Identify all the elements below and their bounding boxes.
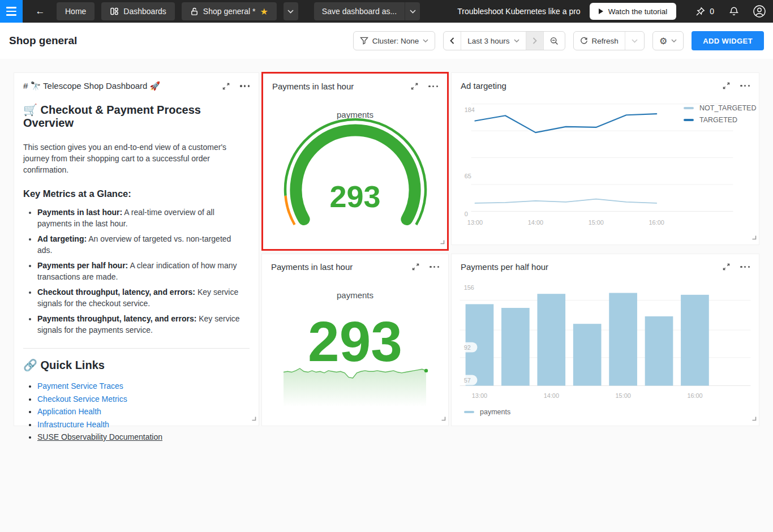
widget-payments-number: Payments in last hour payments 293 — [261, 254, 449, 426]
legend-item-payments[interactable]: payments — [464, 408, 510, 416]
refresh-icon — [580, 37, 588, 45]
add-widget-button[interactable]: ADD WIDGET — [692, 31, 764, 50]
chevron-left-icon — [450, 37, 454, 44]
tab-shop-general-label: Shop general * — [203, 7, 256, 16]
divider — [23, 348, 250, 349]
chart-legend: payments — [464, 408, 510, 416]
widget-ad-targeting: Ad targeting 18465013:0014:0015:0016:00 … — [451, 72, 759, 245]
refresh-label: Refresh — [592, 37, 619, 45]
save-dashboard-as-button[interactable]: Save dashboard as... — [314, 2, 405, 20]
hamburger-menu-icon[interactable] — [0, 0, 23, 23]
unlock-icon — [190, 7, 199, 16]
cluster-filter: Cluster: None — [353, 31, 436, 50]
list-item: Payment Service Traces — [37, 380, 250, 393]
widget-title: Payments in last hour — [271, 262, 353, 272]
chevron-right-icon — [532, 37, 537, 44]
tab-home[interactable]: Home — [57, 2, 95, 20]
widget-payments-gauge-highlighted: Payments in last hour payments 293 — [261, 72, 449, 251]
legend-label: NOT_TARGETED — [699, 104, 756, 112]
markdown-content: 🛒 Checkout & Payment Process Overview Th… — [14, 91, 259, 444]
pin-count: 0 — [710, 7, 714, 16]
metrics-list: Payments in last hour: A real-time overv… — [23, 207, 250, 336]
list-item: Payments per half hour: A clear indicati… — [37, 260, 248, 282]
number-value: 293 — [262, 313, 448, 370]
watch-tutorial-label: Watch the tutorial — [608, 7, 668, 16]
expand-widget-icon[interactable] — [411, 263, 420, 271]
legend-label: TARGETED — [699, 116, 737, 124]
settings-button[interactable]: ⚙ — [653, 32, 683, 50]
dashboards-grid-icon — [110, 7, 119, 16]
link-checkout-service-metrics[interactable]: Checkout Service Metrics — [37, 394, 127, 404]
svg-text:13:00: 13:00 — [472, 392, 487, 399]
expand-widget-icon[interactable] — [222, 82, 230, 91]
link-infrastructure-health[interactable]: Infrastructure Health — [37, 420, 109, 429]
screen: ← Home Dashboards Shop genera — [0, 0, 773, 532]
list-item: Application Health — [37, 405, 250, 418]
cluster-filter-button[interactable]: Cluster: None — [354, 32, 435, 50]
time-range-label: Last 3 hours — [467, 37, 509, 45]
svg-text:16:00: 16:00 — [687, 392, 702, 399]
refresh-button[interactable]: Refresh — [574, 32, 625, 50]
tabs-chevron-down-icon[interactable] — [284, 2, 298, 20]
time-back-button[interactable] — [444, 32, 461, 50]
save-dashboard-chevron-icon[interactable] — [405, 2, 420, 20]
favorite-star-icon[interactable]: ★ — [260, 6, 268, 17]
chevron-down-icon — [671, 39, 677, 42]
quick-links-list: Payment Service Traces Checkout Service … — [23, 380, 250, 444]
refresh-options-chevron[interactable] — [625, 32, 644, 50]
svg-text:14:00: 14:00 — [544, 392, 559, 399]
link-application-health[interactable]: Application Health — [37, 407, 101, 416]
resize-handle-icon[interactable] — [751, 232, 757, 242]
legend-item-targeted[interactable]: TARGETED — [684, 116, 756, 124]
svg-text:57: 57 — [464, 377, 471, 384]
gear-icon: ⚙ — [659, 36, 667, 46]
metrics-heading: Key Metrics at a Glance: — [23, 188, 250, 199]
tab-dashboards[interactable]: Dashboards — [101, 2, 175, 20]
list-item: Payments in last hour: A real-time overv… — [37, 207, 248, 229]
play-icon — [599, 8, 603, 14]
time-range-button[interactable]: Last 3 hours — [461, 32, 525, 50]
time-forward-button[interactable] — [526, 32, 543, 50]
list-item: SUSE Observability Documentation — [37, 431, 250, 444]
watch-tutorial-button[interactable]: Watch the tutorial — [590, 3, 677, 20]
svg-text:156: 156 — [464, 284, 474, 291]
resize-handle-icon[interactable] — [440, 237, 445, 247]
user-avatar[interactable] — [753, 5, 766, 18]
cluster-filter-label: Cluster: None — [372, 37, 419, 45]
resize-handle-icon[interactable] — [441, 413, 446, 423]
widget-payments-per-half-hour: Payments per half hour 156925713:0014:00… — [451, 254, 759, 426]
widget-markdown: # 🔭 Telescope Shop Dashboard 🚀 🛒 Checkou… — [14, 72, 259, 426]
widget-menu-icon[interactable] — [240, 83, 250, 89]
svg-text:16:00: 16:00 — [649, 219, 664, 226]
tab-dashboards-label: Dashboards — [123, 7, 166, 16]
pinned-items-button[interactable]: 0 — [695, 7, 714, 16]
legend-label: payments — [480, 408, 510, 416]
zoom-out-icon — [550, 37, 559, 45]
gauge-value: 293 — [263, 179, 447, 214]
link-suse-observability-documentation[interactable]: SUSE Observability Documentation — [37, 432, 162, 441]
legend-item-not-targeted[interactable]: NOT_TARGETED — [684, 104, 756, 112]
chart-legend: NOT_TARGETED TARGETED — [684, 104, 756, 124]
resize-handle-icon[interactable] — [251, 413, 256, 423]
widget-menu-icon[interactable] — [430, 264, 439, 270]
svg-text:65: 65 — [465, 173, 471, 179]
promo-text: Troubleshoot Kubernetes like a pro — [457, 7, 580, 16]
notifications-button[interactable] — [729, 6, 739, 16]
widget-title: # 🔭 Telescope Shop Dashboard 🚀 — [23, 81, 160, 91]
widget-header: Payments in last hour — [262, 254, 448, 272]
list-item: Ad targeting: An overview of targeted vs… — [37, 233, 248, 256]
tab-shop-general[interactable]: Shop general * ★ — [182, 2, 277, 20]
svg-text:15:00: 15:00 — [616, 392, 631, 399]
resize-handle-icon[interactable] — [751, 413, 757, 423]
pin-icon — [695, 7, 705, 16]
back-button[interactable]: ← — [32, 6, 49, 17]
page-title: Shop general — [9, 35, 77, 47]
svg-text:184: 184 — [465, 106, 475, 113]
chevron-down-icon — [514, 39, 519, 42]
dashboard-toolbar: Cluster: None Last 3 hours — [353, 31, 764, 50]
number-metric-label: payments — [262, 290, 448, 300]
zoom-out-button[interactable] — [543, 32, 565, 50]
save-dashboard-group: Save dashboard as... — [314, 2, 420, 20]
link-payment-service-traces[interactable]: Payment Service Traces — [37, 381, 123, 391]
legend-swatch — [684, 119, 694, 122]
